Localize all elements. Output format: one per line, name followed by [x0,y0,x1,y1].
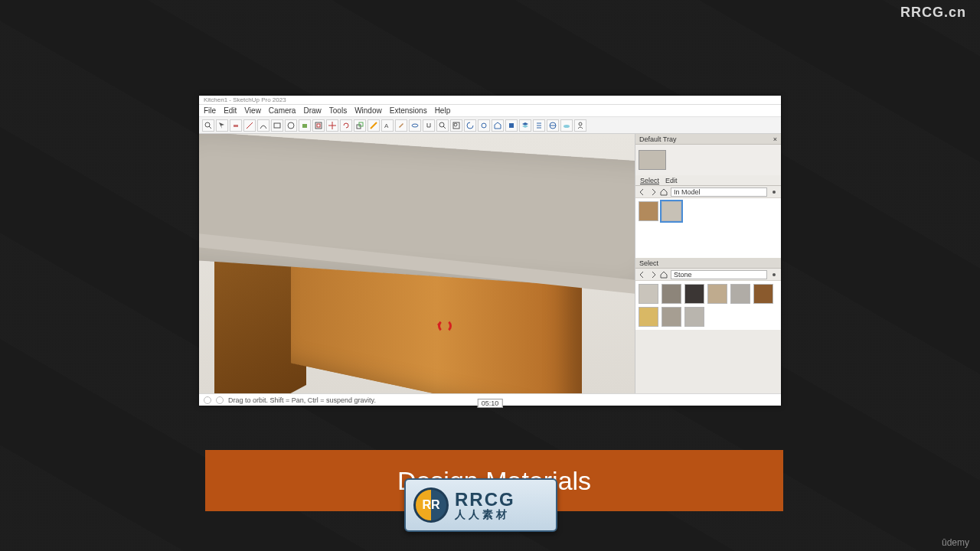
material-wood[interactable] [639,201,658,221]
stone-gold[interactable] [639,307,658,327]
search-icon[interactable] [202,119,214,132]
rectangle-icon[interactable] [271,119,283,132]
tray-header[interactable]: Default Tray × [635,134,781,145]
prev-view-icon[interactable] [464,119,476,132]
menu-window[interactable]: Window [354,106,382,115]
offset-icon[interactable] [312,119,325,132]
eraser-icon[interactable] [230,119,242,132]
warehouse-icon[interactable] [492,119,504,132]
svg-point-5 [288,122,294,129]
arc-icon[interactable] [257,119,270,132]
zoom-icon[interactable] [436,119,449,132]
sketchup-window: Kitchen1 - SketchUp Pro 2023 File Edit V… [199,96,781,406]
viewport-3d[interactable] [199,134,635,393]
back-icon-2[interactable] [639,271,646,279]
main-toolbar: A [199,117,781,134]
menu-file[interactable]: File [204,106,216,115]
content-row: Default Tray × Select Edit [199,134,781,393]
tray-close-icon[interactable]: × [773,134,777,144]
pan-icon[interactable] [423,119,435,132]
svg-rect-2 [234,125,238,127]
select-icon[interactable] [216,119,228,132]
rrcg-logo-icon: RR [413,487,449,523]
svg-line-1 [209,126,211,129]
menu-help[interactable]: Help [435,106,451,115]
tab-edit[interactable]: Edit [665,177,678,184]
back-icon[interactable] [639,188,646,196]
svg-rect-19 [509,123,514,128]
materials-tabs: Select Edit [635,175,781,186]
svg-point-26 [579,122,582,126]
cloud-icon[interactable] [560,119,573,132]
material-countertop[interactable] [662,201,681,221]
timecode-box: 05:10 [478,399,503,408]
layers-icon[interactable] [519,119,531,132]
detail-icon[interactable] [770,188,778,196]
geo-icon[interactable] [547,119,559,132]
status-hint: Drag to orbit. Shift = Pan, Ctrl = suspe… [228,396,376,404]
library-dropdown-inmodel[interactable]: In Model [671,187,767,197]
next-view-icon[interactable] [478,119,490,132]
home-icon[interactable] [660,188,668,196]
logo-line1: RRCG [455,491,515,509]
geo-status-icon[interactable] [216,396,224,404]
outliner-icon[interactable] [533,119,545,132]
svg-rect-6 [302,124,307,128]
fwd-icon-2[interactable] [649,271,657,279]
library-dropdown-stone[interactable]: Stone [671,270,767,279]
menu-extensions[interactable]: Extensions [390,106,427,115]
rotate-icon[interactable] [340,119,352,132]
menu-view[interactable]: View [244,106,261,115]
panel2-nav: Stone [635,269,781,281]
inmodel-swatch-grid [635,198,781,258]
panel2-header[interactable]: Select [635,258,781,269]
logo-line2: 人人素材 [455,509,515,520]
default-tray: Default Tray × Select Edit [635,134,781,393]
menu-tools[interactable]: Tools [329,106,347,115]
svg-text:A: A [384,122,389,129]
line-icon[interactable] [243,119,256,132]
tray-title: Default Tray [639,134,677,144]
preview-swatch [639,150,666,170]
user-icon[interactable] [574,119,586,132]
rrcg-logo-overlay: RR RRCG 人人素材 [404,478,557,532]
stone-ash[interactable] [730,284,750,304]
home-icon-2[interactable] [660,271,668,279]
text-icon[interactable]: A [381,119,394,132]
svg-line-15 [443,126,446,129]
window-titlebar: Kitchen1 - SketchUp Pro 2023 [199,96,781,105]
scale-icon[interactable] [354,119,366,132]
orbit-icon[interactable] [409,119,421,132]
stone-tan[interactable] [707,284,727,304]
svg-point-25 [564,125,570,128]
window-title: Kitchen1 - SketchUp Pro 2023 [204,96,286,103]
circle-icon[interactable] [285,119,297,132]
menu-camera[interactable]: Camera [269,106,296,115]
pushpull-icon[interactable] [299,119,311,132]
move-icon[interactable] [326,119,338,132]
stone-dark[interactable] [684,284,704,304]
menu-edit[interactable]: Edit [224,106,237,115]
stone-brown[interactable] [753,284,773,304]
stone-grey[interactable] [662,284,681,304]
stone-warm[interactable] [662,307,681,327]
zoom-extents-icon[interactable] [450,119,462,132]
watermark-bottom-right: ûdemy [942,537,969,548]
tape-icon[interactable] [368,119,380,132]
stone-pale[interactable] [684,307,704,327]
stone-light[interactable] [639,284,658,304]
svg-point-18 [482,123,486,128]
extensions-icon[interactable] [505,119,518,132]
menu-draw[interactable]: Draw [303,106,321,115]
menubar: File Edit View Camera Draw Tools Window … [199,105,781,117]
svg-rect-4 [274,123,280,128]
svg-line-11 [371,122,377,129]
fwd-icon[interactable] [649,188,657,196]
paint-icon[interactable] [395,119,407,132]
svg-point-28 [773,273,776,276]
svg-point-27 [773,191,776,194]
detail-icon-2[interactable] [770,271,778,279]
tab-select[interactable]: Select [640,177,659,184]
help-icon[interactable] [204,396,211,404]
material-preview [635,145,781,175]
